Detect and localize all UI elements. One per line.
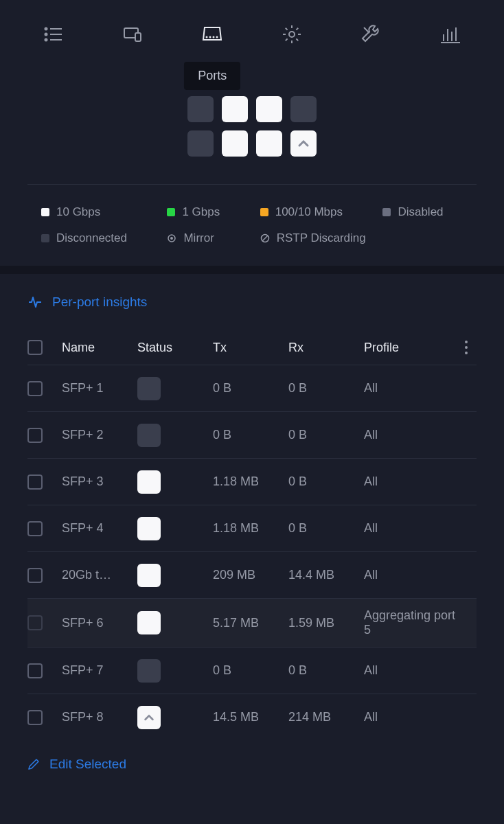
- port-1[interactable]: [187, 96, 214, 122]
- svg-rect-7: [135, 33, 141, 41]
- row-checkbox[interactable]: [27, 428, 43, 443]
- svg-point-12: [289, 32, 295, 37]
- cell-name: SFP+ 1: [62, 381, 137, 396]
- table-row[interactable]: SFP+ 10 B0 BAll: [27, 365, 477, 411]
- table-row[interactable]: SFP+ 814.5 MB214 MBAll: [27, 694, 477, 740]
- column-menu[interactable]: [456, 341, 477, 354]
- chevron-up-icon: [297, 137, 310, 150]
- row-checkbox[interactable]: [27, 663, 43, 678]
- cell-profile: Aggregating port 5: [364, 608, 456, 637]
- cell-rx: 214 MB: [288, 710, 364, 724]
- status-indicator: [137, 424, 161, 447]
- svg-point-2: [45, 34, 47, 36]
- row-checkbox[interactable]: [27, 568, 43, 583]
- col-rx[interactable]: Rx: [288, 341, 364, 355]
- row-checkbox[interactable]: [27, 521, 43, 536]
- per-port-insights-link[interactable]: Per-port insights: [27, 295, 477, 310]
- col-tx[interactable]: Tx: [213, 341, 288, 355]
- nav-list[interactable]: [40, 21, 67, 48]
- ports-table: Name Status Tx Rx Profile SFP+ 10 B0 BAl…: [27, 330, 477, 740]
- port-5[interactable]: [256, 96, 282, 122]
- cell-name: SFP+ 8: [62, 710, 137, 724]
- cell-profile: All: [364, 521, 456, 536]
- cell-tx: 0 B: [213, 428, 288, 442]
- cell-profile: All: [364, 663, 456, 678]
- table-row[interactable]: SFP+ 70 B0 BAll: [27, 647, 477, 694]
- nav-devices[interactable]: [119, 21, 146, 48]
- legend-1g: 1 Gbps: [167, 205, 239, 219]
- nav-tools[interactable]: [357, 21, 385, 48]
- svg-point-4: [45, 39, 47, 41]
- cell-name: SFP+ 3: [62, 474, 137, 489]
- port-2[interactable]: [187, 130, 214, 157]
- port-4[interactable]: [222, 130, 248, 157]
- table-row[interactable]: SFP+ 31.18 MB0 BAll: [27, 458, 477, 505]
- status-indicator: [137, 377, 161, 400]
- nav-stats[interactable]: [437, 21, 464, 48]
- block-icon: [260, 233, 270, 243]
- cell-name: 20Gb t…: [62, 568, 137, 582]
- cell-rx: 0 B: [288, 474, 364, 489]
- status-indicator: [137, 706, 161, 729]
- legend-disabled: Disabled: [382, 205, 463, 219]
- cell-rx: 1.59 MB: [288, 616, 364, 630]
- cell-tx: 1.18 MB: [213, 474, 288, 489]
- status-indicator: [137, 611, 161, 634]
- row-checkbox[interactable]: [27, 381, 43, 396]
- row-checkbox[interactable]: [27, 615, 43, 630]
- gear-icon: [281, 23, 303, 45]
- pencil-icon: [27, 758, 40, 770]
- legend-disconnected: Disconnected: [41, 231, 146, 245]
- legend-100: 100/10 Mbps: [260, 205, 363, 219]
- nav-ports[interactable]: Ports: [198, 21, 226, 48]
- cell-tx: 5.17 MB: [213, 616, 288, 630]
- cell-tx: 0 B: [213, 381, 288, 396]
- cell-name: SFP+ 7: [62, 663, 137, 678]
- cell-name: SFP+ 4: [62, 521, 137, 536]
- table-row[interactable]: SFP+ 65.17 MB1.59 MBAggregating port 5: [27, 598, 477, 647]
- divider: [27, 184, 477, 185]
- ports-icon: [200, 22, 225, 47]
- svg-point-20: [170, 237, 173, 240]
- col-profile[interactable]: Profile: [364, 341, 456, 355]
- status-indicator: [137, 470, 161, 494]
- table-row[interactable]: 20Gb t…209 MB14.4 MBAll: [27, 551, 477, 598]
- chevron-up-icon: [143, 711, 155, 724]
- cell-tx: 209 MB: [213, 568, 288, 582]
- select-all-checkbox[interactable]: [27, 340, 43, 355]
- col-name[interactable]: Name: [62, 341, 137, 355]
- row-checkbox[interactable]: [27, 474, 43, 490]
- svg-line-22: [262, 236, 268, 241]
- ports-section: Per-port insights Name Status Tx Rx Prof…: [0, 274, 504, 788]
- nav-settings[interactable]: [278, 21, 306, 48]
- cell-name: SFP+ 6: [62, 616, 137, 630]
- cell-profile: All: [364, 568, 456, 582]
- status-indicator: [137, 659, 161, 683]
- port-7[interactable]: [290, 96, 317, 122]
- legend: 10 Gbps 1 Gbps 100/10 Mbps Disabled Disc…: [0, 205, 504, 266]
- cell-rx: 14.4 MB: [288, 568, 364, 582]
- cell-tx: 14.5 MB: [213, 710, 288, 724]
- cell-profile: All: [364, 710, 456, 724]
- port-8[interactable]: [290, 130, 317, 157]
- mirror-icon: [167, 233, 176, 243]
- port-3[interactable]: [222, 96, 248, 122]
- cell-tx: 1.18 MB: [213, 521, 288, 536]
- list-icon: [43, 23, 65, 45]
- panel-divider: [0, 266, 504, 274]
- table-header: Name Status Tx Rx Profile: [27, 330, 477, 365]
- cell-profile: All: [364, 428, 456, 442]
- activity-icon: [27, 295, 43, 310]
- status-indicator: [137, 564, 161, 587]
- port-grid: [0, 96, 504, 157]
- edit-selected-link[interactable]: Edit Selected: [27, 740, 477, 788]
- table-row[interactable]: SFP+ 41.18 MB0 BAll: [27, 505, 477, 551]
- cell-rx: 0 B: [288, 428, 364, 442]
- cell-rx: 0 B: [288, 381, 364, 396]
- table-row[interactable]: SFP+ 20 B0 BAll: [27, 411, 477, 458]
- devices-icon: [122, 23, 144, 45]
- status-indicator: [137, 517, 161, 540]
- port-6[interactable]: [256, 130, 282, 157]
- col-status[interactable]: Status: [137, 341, 213, 355]
- row-checkbox[interactable]: [27, 710, 43, 725]
